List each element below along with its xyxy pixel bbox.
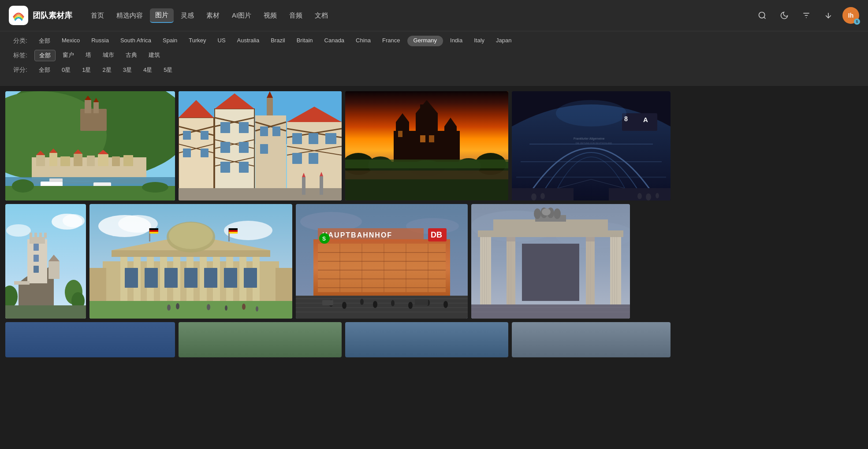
svg-rect-133 — [30, 233, 32, 238]
tag-architecture[interactable]: 建筑 — [144, 50, 164, 61]
photo-row-1: 8 A Frankfurter Allgemeine DIE ZEITUNG F… — [5, 91, 863, 200]
svg-text:Frankfurter Allgemeine: Frankfurter Allgemeine — [574, 137, 605, 141]
svg-rect-137 — [34, 244, 39, 251]
nav-home[interactable]: 首页 — [86, 9, 109, 22]
svg-rect-43 — [183, 131, 191, 140]
svg-rect-230 — [480, 235, 491, 305]
photo-lichtenstein[interactable] — [5, 204, 86, 319]
svg-rect-69 — [267, 98, 273, 115]
svg-rect-136 — [44, 233, 47, 238]
svg-point-124 — [556, 100, 626, 126]
svg-rect-83 — [302, 177, 305, 195]
tag-filters: 全部 窗户 塔 城市 古典 建筑 — [34, 50, 164, 61]
cat-australia[interactable]: Australia — [233, 36, 264, 46]
photo-bottom-3[interactable] — [345, 322, 508, 357]
cat-japan[interactable]: Japan — [492, 36, 516, 46]
category-tags: 全部 Mexico Russia South Africa Spain Turk… — [34, 36, 516, 46]
cat-mexico[interactable]: Mexico — [57, 36, 84, 46]
photo-brandenburg[interactable] — [471, 204, 630, 319]
theme-toggle-button[interactable] — [776, 7, 792, 23]
cat-turkey[interactable]: Turkey — [184, 36, 210, 46]
svg-rect-139 — [34, 266, 39, 273]
cat-canada[interactable]: Canada — [320, 36, 349, 46]
user-avatar[interactable]: Ih 5 — [842, 7, 859, 24]
svg-point-189 — [242, 304, 246, 310]
photo-bottom-2[interactable] — [179, 322, 342, 357]
svg-rect-171 — [244, 268, 257, 288]
svg-rect-37 — [179, 118, 214, 200]
rating-2[interactable]: 2星 — [98, 65, 115, 75]
svg-rect-166 — [145, 268, 158, 288]
svg-rect-97 — [429, 135, 434, 142]
svg-rect-80 — [309, 153, 318, 164]
svg-text:HAUPTBAHNHOF: HAUPTBAHNHOF — [322, 231, 392, 239]
photo-bottom-1[interactable] — [5, 322, 175, 357]
rating-3[interactable]: 3星 — [119, 65, 136, 75]
photo-neuschwanstein[interactable] — [345, 91, 508, 200]
nav-featured[interactable]: 精选内容 — [111, 9, 148, 22]
svg-point-190 — [256, 306, 258, 312]
rating-4[interactable]: 4星 — [139, 65, 156, 75]
svg-rect-96 — [420, 135, 425, 142]
avatar-badge: 5 — [854, 19, 860, 25]
svg-point-221 — [391, 300, 395, 306]
tag-classic[interactable]: 古典 — [121, 50, 142, 61]
nav-inspiration[interactable]: 灵感 — [175, 9, 199, 22]
nav-assets[interactable]: 素材 — [201, 9, 225, 22]
photo-reichstag[interactable] — [89, 204, 292, 319]
nav-photos[interactable]: 图片 — [150, 8, 174, 23]
cat-us[interactable]: US — [213, 36, 230, 46]
cat-france[interactable]: France — [378, 36, 404, 46]
cat-britain[interactable]: Britain — [292, 36, 317, 46]
svg-rect-76 — [292, 133, 302, 144]
search-button[interactable] — [754, 7, 770, 23]
cat-china[interactable]: China — [351, 36, 375, 46]
svg-rect-17 — [49, 153, 57, 166]
nav-video[interactable]: 视频 — [258, 9, 282, 22]
sort-button[interactable] — [820, 7, 836, 23]
tag-tower[interactable]: 塔 — [81, 50, 96, 61]
photo-frankfurt-station[interactable]: 8 A Frankfurter Allgemeine DIE ZEITUNG F… — [512, 91, 671, 200]
tag-city[interactable]: 城市 — [98, 50, 119, 61]
tag-window[interactable]: 窗户 — [58, 50, 78, 61]
photo-timbered-buildings[interactable] — [179, 91, 342, 200]
main-nav: 首页 精选内容 图片 灵感 素材 AI图片 视频 音频 文档 — [86, 8, 745, 23]
svg-rect-45 — [183, 148, 191, 157]
cat-all[interactable]: 全部 — [34, 36, 55, 46]
svg-point-1 — [759, 12, 765, 18]
filter-button[interactable] — [798, 7, 814, 23]
svg-rect-105 — [345, 160, 508, 168]
rating-0[interactable]: 0星 — [57, 65, 75, 75]
nav-ai-images[interactable]: AI图片 — [227, 9, 257, 22]
cat-germany[interactable]: Germany — [407, 36, 443, 46]
cat-south-africa[interactable]: South Africa — [116, 36, 156, 46]
svg-point-218 — [342, 302, 346, 309]
photo-hauptbahnhof[interactable]: HAUPTBAHNHOF DB S — [296, 204, 468, 319]
cat-brazil[interactable]: Brazil — [266, 36, 290, 46]
photo-cochem[interactable] — [5, 91, 175, 200]
cat-italy[interactable]: Italy — [469, 36, 489, 46]
svg-rect-67 — [272, 126, 280, 136]
svg-text:A: A — [643, 116, 648, 123]
filter-bar: 分类: 全部 Mexico Russia South Africa Spain … — [0, 31, 868, 86]
photo-bottom-4[interactable] — [512, 322, 671, 357]
svg-rect-19 — [74, 154, 82, 166]
rating-all[interactable]: 全部 — [34, 65, 55, 75]
tag-all[interactable]: 全部 — [34, 50, 56, 61]
svg-point-242 — [534, 208, 541, 219]
svg-line-2 — [764, 17, 766, 19]
category-filter-row: 分类: 全部 Mexico Russia South Africa Spain … — [13, 36, 855, 46]
svg-point-245 — [554, 208, 561, 219]
nav-docs[interactable]: 文档 — [309, 9, 333, 22]
photo-row-2: HAUPTBAHNHOF DB S — [5, 204, 863, 319]
svg-rect-170 — [224, 268, 237, 288]
rating-5[interactable]: 5星 — [159, 65, 177, 75]
rating-1[interactable]: 1星 — [78, 65, 95, 75]
category-label: 分类: — [13, 37, 31, 45]
cat-russia[interactable]: Russia — [87, 36, 113, 46]
svg-rect-11 — [85, 100, 91, 113]
nav-audio[interactable]: 音频 — [284, 9, 308, 22]
cat-spain[interactable]: Spain — [158, 36, 182, 46]
cat-india[interactable]: India — [446, 36, 467, 46]
svg-rect-77 — [309, 133, 318, 144]
